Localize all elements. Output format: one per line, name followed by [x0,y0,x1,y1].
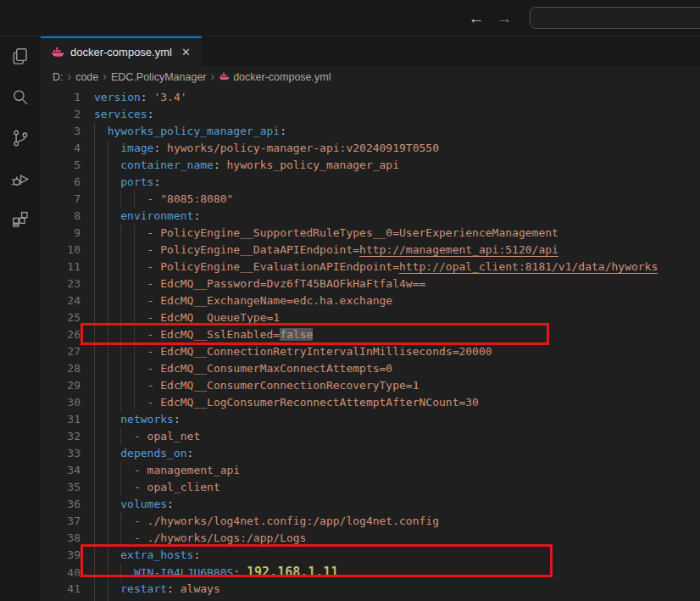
indent-guide [108,564,108,581]
token-str: opal_client [147,481,220,493]
explorer-icon[interactable] [0,36,41,77]
token-key: depends_on [120,447,186,459]
code-line[interactable]: 6ports: [41,174,700,191]
indent-guide [120,242,121,259]
line-content: - EdcMQ__ConnectionRetryIntervalInMillis… [147,343,492,360]
code-line[interactable]: 4image: hyworks/policy-manager-api:v2024… [41,140,700,157]
line-content: - EdcMQ__QueueType=1 [147,309,281,326]
token-str: EdcMQ__ConsumerMaxConnectAttempts=0 [160,362,392,375]
code-line[interactable]: 34- management_api [41,462,700,479]
token-str: "8085:8080" [160,192,233,205]
code-line[interactable]: 37- ./hyworks/log4net.config:/app/log4ne… [41,513,700,530]
code-line[interactable]: 30- EdcMQ__LogConsumerReconnectAttemptAf… [41,394,700,411]
line-content: WIN-I04LJU6B80S: 192.168.1.11 [134,564,338,582]
run-and-debug-icon[interactable] [0,159,41,199]
source-control-icon[interactable] [0,118,41,159]
code-line[interactable]: 35- opal_client [41,479,700,496]
breadcrumb-item-project[interactable]: EDC.PolicyManager [111,71,207,83]
chevron-right-icon: › [211,70,215,82]
code-line[interactable]: 1version: '3.4' [41,89,700,106]
breadcrumb-item-drive[interactable]: D: [53,71,64,83]
indent-guide [94,598,95,601]
token-dash: - [147,328,161,341]
indent-guide [108,140,108,157]
code-line[interactable]: 24- EdcMQ__ExchangeName=edc.ha.exchange [41,292,700,309]
tab-close-icon[interactable]: ✕ [179,45,193,59]
code-line[interactable]: 29- EdcMQ__ConsumerConnectionRecoveryTyp… [41,377,700,394]
code-line[interactable]: 40WIN-I04LJU6B80S: 192.168.1.11 [41,564,700,581]
code-line[interactable]: 41restart: always [41,581,700,598]
breadcrumb-item-code[interactable]: code [75,71,98,83]
code-line[interactable]: 25- EdcMQ__QueueType=1 [41,309,700,326]
line-number: 28 [41,360,81,377]
token-punc: : [153,142,167,154]
line-content: ports: [120,174,160,191]
line-number: 29 [41,377,81,394]
code-line[interactable]: 26- EdcMQ__SslEnabled=false [41,326,700,343]
indent-guide [108,208,108,225]
code-line[interactable]: 5container_name: hyworks_policy_manager_… [41,157,700,174]
token-dash: - [147,192,161,205]
editor-group: docker-compose.yml ✕ D: › code › EDC.Pol… [41,36,700,601]
code-line[interactable]: 10- PolicyEngine__DataAPIEndpoint=http:/… [41,242,700,259]
indent-guide [108,462,108,479]
token-key: restart [120,582,167,595]
token-key: version [94,91,141,103]
indent-guide [120,564,121,581]
indent-guide [94,547,95,564]
token-str: hyworks/policy-manager-api:v20240919T055… [167,142,439,154]
code-line[interactable]: 2services: [41,106,700,123]
chevron-right-icon: › [103,70,107,82]
code-line[interactable]: 32- opal_net [41,428,700,445]
token-key: hyworks_policy_manager_api [108,125,281,137]
breadcrumb-item-file[interactable]: docker-compose.yml [219,71,331,83]
token-str: always [181,582,220,595]
activity-bar [0,36,41,601]
indent-guide [94,343,95,360]
indent-guide [108,157,108,174]
line-number: 11 [41,259,81,275]
indent-guide [94,191,95,208]
indent-guide [108,259,108,275]
line-number: 31 [41,411,81,428]
code-line[interactable]: 11- PolicyEngine__EvaluationAPIEndpoint=… [41,259,700,275]
token-dash: - [147,345,161,358]
token-key: container_name [120,159,214,171]
indent-guide [94,462,95,479]
indent-guide [134,326,135,343]
extensions-icon[interactable] [0,199,41,240]
tab-docker-compose[interactable]: docker-compose.yml ✕ [41,36,202,66]
code-line[interactable]: 3hyworks_policy_manager_api: [41,123,700,140]
indent-guide [94,581,95,598]
line-content: - management_api [134,462,240,479]
indent-guide [94,242,95,259]
token-hl: false [280,328,313,341]
code-line[interactable]: 7- "8085:8080" [41,191,700,208]
code-line[interactable]: 31networks: [41,411,700,428]
indent-guide [94,530,95,547]
vscode-window: { "title_bar": { "back_icon": "←", "forw… [0,0,700,601]
indent-guide [134,394,135,411]
code-line[interactable]: 8environment: [41,208,700,225]
indent-guide [134,225,135,242]
code-editor[interactable]: 1version: '3.4'2services:3hyworks_policy… [41,87,700,601]
code-line[interactable]: 27- EdcMQ__ConnectionRetryIntervalInMill… [41,343,700,360]
code-line[interactable]: 38- ./hyworks/Logs:/app/Logs [41,530,700,547]
line-content: depends_on: [120,445,193,462]
command-center-search-box[interactable] [530,7,700,29]
indent-guide [134,259,135,275]
navigate-back-icon[interactable]: ← [465,8,487,30]
indent-guide [94,479,95,496]
search-icon[interactable] [0,77,41,118]
code-line[interactable]: 36volumes: [41,496,700,513]
code-line[interactable]: 42deploy: [41,598,700,601]
code-line[interactable]: 28- EdcMQ__ConsumerMaxConnectAttempts=0 [41,360,700,377]
code-line[interactable]: 9- PolicyEngine__SupportedRuleTypes__0=U… [41,225,700,242]
code-line[interactable]: 33depends_on: [41,445,700,462]
navigate-forward-icon[interactable]: → [493,8,515,30]
indent-guide [94,174,95,191]
indent-guide [108,496,108,513]
code-line[interactable]: 23- EdcMQ__Password=Dvz6fT45BAOFkHaFtfal… [41,275,700,292]
code-line[interactable]: 39extra_hosts: [41,547,700,564]
line-number: 40 [41,565,81,582]
